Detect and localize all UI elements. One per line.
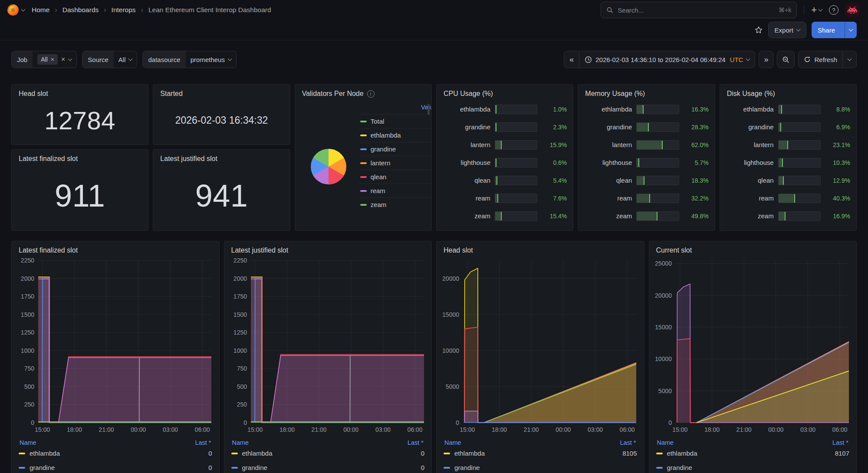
svg-text:06:00: 06:00 bbox=[832, 426, 847, 433]
legend-item[interactable]: qlean bbox=[359, 170, 432, 184]
search-icon bbox=[606, 7, 613, 13]
legend-row[interactable]: ethlambda8107 bbox=[656, 446, 850, 460]
legend-name-header[interactable]: Name bbox=[444, 439, 461, 446]
legend-value-header[interactable]: Value bbox=[359, 102, 432, 114]
avatar[interactable] bbox=[845, 3, 859, 17]
legend-row[interactable]: grandine bbox=[444, 460, 637, 473]
gauge-value: 32.2% bbox=[684, 195, 709, 202]
search-input[interactable] bbox=[618, 7, 774, 14]
panel-title[interactable]: Latest finalized slot bbox=[12, 150, 148, 163]
svg-text:0: 0 bbox=[668, 419, 672, 426]
svg-text:2000: 2000 bbox=[21, 275, 34, 282]
breadcrumb-item[interactable]: Home bbox=[32, 6, 49, 14]
gauge-label: ethlambda bbox=[443, 105, 490, 113]
gauge-bar-fill bbox=[495, 123, 496, 131]
panel-title[interactable]: Head slot bbox=[437, 241, 644, 254]
legend-name-header[interactable]: Name bbox=[657, 439, 674, 446]
gauge-label: qlean bbox=[443, 177, 490, 184]
panel-disk-usage: Disk Usage (%) ethlambda8.8%grandine6.9%… bbox=[720, 84, 857, 231]
panel-title[interactable]: Memory Usage (%) bbox=[578, 85, 714, 98]
time-series-chart[interactable]: 025050075010001250150017502000225015:001… bbox=[16, 256, 215, 436]
series-color-marker bbox=[360, 121, 367, 122]
validators-legend: Value Totalethlambdagrandinelanternqlean… bbox=[359, 102, 432, 225]
breadcrumb-item[interactable]: Dashboards bbox=[62, 6, 99, 14]
panel-title[interactable]: Latest justified slot bbox=[153, 150, 289, 163]
time-series-chart[interactable]: 025050075010001250150017502000225015:001… bbox=[228, 256, 428, 436]
legend-last-header[interactable]: Last * bbox=[832, 439, 848, 446]
gauge-label: qlean bbox=[584, 177, 632, 184]
gauge-value: 15.4% bbox=[542, 213, 567, 220]
panel-title[interactable]: Validators Per Node i bbox=[295, 85, 431, 98]
add-button[interactable]: + bbox=[811, 5, 822, 15]
legend-row[interactable]: grandine bbox=[656, 460, 850, 473]
panel-title[interactable]: Latest finalized slot bbox=[12, 241, 219, 254]
share-dropdown[interactable] bbox=[845, 22, 857, 38]
legend-name-header[interactable]: Name bbox=[20, 439, 36, 446]
panel-title[interactable]: Started bbox=[153, 85, 289, 98]
clear-filter-icon[interactable]: × bbox=[61, 56, 65, 63]
info-icon[interactable]: i bbox=[367, 90, 375, 98]
legend-item[interactable]: ethlambda bbox=[359, 128, 432, 142]
svg-text:21:00: 21:00 bbox=[99, 426, 114, 433]
remove-tag-icon[interactable]: × bbox=[51, 56, 54, 62]
panel-latest-justified-slot-stat: Latest justified slot 941 bbox=[153, 149, 290, 231]
legend-item[interactable]: grandine bbox=[359, 142, 432, 156]
legend-name-header[interactable]: Name bbox=[232, 439, 249, 446]
export-button[interactable]: Export bbox=[768, 22, 806, 38]
legend-last-header[interactable]: Last * bbox=[195, 439, 211, 446]
time-range-picker[interactable]: 2026-02-03 14:36:10 to 2026-02-04 06:49:… bbox=[579, 51, 755, 68]
source-filter[interactable]: Source All bbox=[82, 51, 137, 68]
time-series-chart[interactable]: 0500010000150002000015:0018:0021:0000:00… bbox=[441, 256, 640, 436]
job-filter[interactable]: Job All × × bbox=[11, 51, 77, 68]
panel-title[interactable]: Latest justified slot bbox=[224, 241, 432, 254]
gauge-row: zeam15.4% bbox=[443, 207, 567, 225]
refresh-button[interactable]: Refresh bbox=[799, 51, 842, 68]
legend-row[interactable]: ethlambda0 bbox=[231, 446, 425, 460]
legend-item[interactable]: ream bbox=[359, 184, 432, 197]
legend-last-header[interactable]: Last * bbox=[408, 439, 424, 446]
svg-text:00:00: 00:00 bbox=[343, 426, 358, 433]
legend-item[interactable]: Total bbox=[359, 114, 432, 128]
dashboard-grid: Head slot 12784 Latest finalized slot 91… bbox=[0, 84, 868, 473]
series-color-marker bbox=[19, 453, 25, 454]
legend-row[interactable]: ethlambda0 bbox=[19, 446, 212, 460]
legend-item[interactable]: zeam bbox=[359, 197, 432, 211]
refresh-interval-dropdown[interactable] bbox=[842, 51, 856, 68]
legend-label: grandine bbox=[667, 464, 692, 471]
breadcrumb-item[interactable]: Interops bbox=[112, 6, 136, 14]
grafana-logo[interactable] bbox=[7, 4, 19, 16]
legend-row[interactable]: grandine0 bbox=[231, 460, 425, 473]
panel-latest-finalized-slot-chart: Latest finalized slot 025050075010001250… bbox=[11, 241, 220, 473]
gauge-bar-track bbox=[495, 140, 537, 150]
legend-label: grandine bbox=[371, 145, 396, 153]
panel-title[interactable]: Head slot bbox=[12, 85, 148, 98]
pie-chart[interactable] bbox=[311, 149, 346, 184]
chevron-down-icon bbox=[68, 56, 72, 61]
share-button[interactable]: Share bbox=[812, 22, 857, 38]
panel-title[interactable]: Disk Usage (%) bbox=[720, 85, 856, 98]
legend-item[interactable]: lantern bbox=[359, 156, 432, 170]
help-icon[interactable]: ? bbox=[829, 5, 838, 15]
legend-row[interactable]: ethlambda8105 bbox=[444, 446, 637, 460]
zoom-out-button[interactable] bbox=[777, 51, 795, 68]
chevron-down-icon[interactable] bbox=[21, 7, 26, 11]
scrollbar-thumb[interactable] bbox=[427, 104, 430, 115]
legend-last-header[interactable]: Last * bbox=[620, 439, 636, 446]
time-series-chart[interactable]: 050001000015000200002500015:0018:0021:00… bbox=[653, 256, 853, 436]
share-label[interactable]: Share bbox=[812, 22, 841, 38]
svg-text:500: 500 bbox=[237, 383, 247, 390]
legend-row[interactable]: grandine0 bbox=[19, 460, 212, 473]
star-button[interactable] bbox=[754, 26, 763, 34]
datasource-picker[interactable]: datasource prometheus bbox=[142, 51, 236, 68]
gauge-label: zeam bbox=[584, 212, 632, 220]
star-icon bbox=[754, 26, 763, 34]
panel-title[interactable]: CPU Usage (%) bbox=[437, 85, 573, 98]
legend-label: lantern bbox=[371, 159, 391, 167]
svg-text:1750: 1750 bbox=[21, 293, 34, 300]
time-shift-back-button[interactable]: « bbox=[564, 51, 579, 68]
time-shift-forward-button[interactable]: » bbox=[759, 51, 773, 68]
search-box[interactable]: ⌘+k bbox=[601, 2, 797, 18]
job-filter-tag[interactable]: All × bbox=[37, 54, 58, 65]
panel-title[interactable]: Current slot bbox=[649, 241, 857, 254]
gauge-bar-track bbox=[778, 176, 821, 185]
